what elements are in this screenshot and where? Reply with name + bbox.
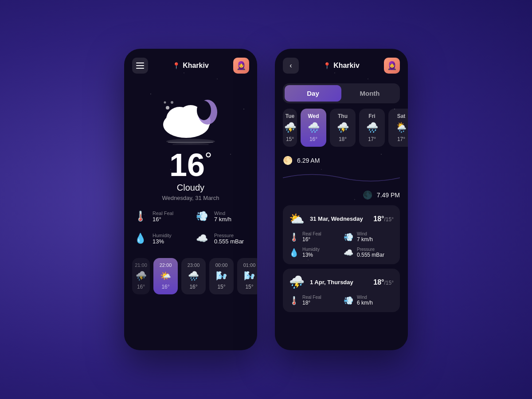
tab-day[interactable]: Day <box>285 85 341 102</box>
forecast-pressure-icon-1: ☁️ <box>344 248 353 258</box>
location-pin-icon: 📍 <box>323 62 331 69</box>
hour-icon: 🌬️ <box>244 270 255 281</box>
day-icon: ⛈️ <box>337 122 349 133</box>
user-avatar[interactable]: 🧕 <box>233 58 249 74</box>
svg-point-8 <box>197 101 211 120</box>
humidity-info: Humidity 13% <box>153 233 172 245</box>
hour-item[interactable]: 00:00 🌬️ 15° <box>209 258 234 294</box>
day-icon: ⛈️ <box>284 122 296 133</box>
hour-time: 01:00 <box>243 262 256 268</box>
real-feel-stat: 🌡️ Real Feal 16° <box>132 208 188 224</box>
forecast-stats-1: 🌡️ Real Feal 16° 💨 Wind 7 km/h <box>289 231 394 258</box>
phones-container: 📍 Kharkiv 🧕 <box>124 49 408 350</box>
wind-info: Wind 7 km/h <box>214 211 231 223</box>
weather-illustration <box>124 78 257 149</box>
pressure-stat: ☁️ Pressure 0.555 mBar <box>194 231 249 246</box>
hour-item[interactable]: 23:00 🌧️ 16° <box>181 258 206 294</box>
location-pin-icon: 📍 <box>172 62 180 69</box>
pressure-icon: ☁️ <box>194 231 210 246</box>
stats-grid: 🌡️ Real Feal 16° 💨 Wind 7 km/h 💧 Humidit… <box>124 201 257 254</box>
forecast-pressure-info-1: Pressure 0.555 mBar <box>357 247 384 258</box>
hour-item[interactable]: 21:00 ⛈️ 16° <box>132 258 150 294</box>
forecast-humidity-1: 💧 Humidity 13% <box>289 247 339 258</box>
forecast-real-feel-icon-1: 🌡️ <box>289 232 299 242</box>
svg-point-0 <box>166 139 215 144</box>
phone1-header: 📍 Kharkiv 🧕 <box>124 49 257 78</box>
hour-temp: 16° <box>161 284 169 290</box>
hour-time: 22:00 <box>160 262 172 268</box>
humidity-icon: 💧 <box>132 231 148 246</box>
wind-value: 7 km/h <box>214 216 231 223</box>
forecast-pressure-1: ☁️ Pressure 0.555 mBar <box>344 247 394 258</box>
forecast-card-2-date: 1 Apr, Thursday <box>310 279 368 286</box>
svg-point-11 <box>164 102 166 104</box>
hour-icon: 🌧️ <box>188 270 199 281</box>
day-temp: 15° <box>286 136 294 142</box>
day-scroll: Tue ⛈️ 15° Wed 🌧️ 16° Thu ⛈️ 18° Fri 🌧️ … <box>275 109 408 151</box>
degree-symbol: ° <box>205 149 212 168</box>
forecast-low-temp-1: /15° <box>384 216 394 223</box>
forecast-real-feel-1: 🌡️ Real Feal 16° <box>289 231 339 243</box>
hourly-scroll: 21:00 ⛈️ 16° 22:00 🌤️ 16° 23:00 🌧️ 16° 0… <box>124 254 257 299</box>
tab-month[interactable]: Month <box>341 85 398 102</box>
back-button[interactable]: ‹ <box>283 58 299 74</box>
temp-number: 16 <box>169 147 205 183</box>
real-feel-info: Real Feal 16° <box>153 211 173 223</box>
forecast-humidity-info-1: Humidity 13% <box>302 247 320 258</box>
day-icon: 🌦️ <box>395 122 407 133</box>
forecast-wind-1: 💨 Wind 7 km/h <box>344 231 394 243</box>
location-label: 📍 Kharkiv <box>323 62 360 70</box>
wave-divider <box>283 169 400 187</box>
city-name: Kharkiv <box>333 62 360 70</box>
weather-date: Wednesday, 31 March <box>124 195 257 201</box>
forecast-card-1-date: 31 Mar, Wednesday <box>310 215 368 222</box>
menu-button[interactable] <box>132 58 148 74</box>
day-temp: 17° <box>397 136 405 142</box>
forecast-wind-info-2: Wind 6 km/h <box>357 295 373 306</box>
real-feel-value: 16° <box>153 216 173 223</box>
tab-bar: Day Month <box>283 83 400 103</box>
forecast-stats-2: 🌡️ Real Feal 18° 💨 Wind 6 km/h <box>289 295 394 306</box>
forecast-low-temp-2: /15° <box>384 280 394 286</box>
forecast-temps-1: 18°/15° <box>373 215 394 223</box>
day-temp: 16° <box>309 136 317 142</box>
user-avatar[interactable]: 🧕 <box>384 58 400 74</box>
temperature-display: 16° Cloudy Wednesday, 31 March <box>124 149 257 201</box>
pressure-label-1: Pressure <box>357 247 384 252</box>
pressure-value: 0.555 mBar <box>214 238 244 245</box>
hour-time: 23:00 <box>188 262 200 268</box>
forecast-icon-2: ⛈️ <box>289 275 305 289</box>
forecast-real-feel-icon-2: 🌡️ <box>289 296 299 305</box>
forecast-card-1-header: ⛅ 31 Mar, Wednesday 18°/15° <box>289 211 394 226</box>
forecast-real-feel-info-1: Real Feal 16° <box>302 231 321 243</box>
hour-time: 00:00 <box>215 262 228 268</box>
svg-point-9 <box>166 106 169 110</box>
wind-label-1: Wind <box>357 231 373 236</box>
forecast-date-text-1: 31 Mar, Wednesday <box>310 215 368 222</box>
forecast-humidity-icon-1: 💧 <box>289 248 299 258</box>
wind-val-2: 6 km/h <box>357 300 373 306</box>
day-temp: 17° <box>368 136 376 142</box>
hour-icon: ⛈️ <box>136 270 147 281</box>
pressure-info: Pressure 0.555 mBar <box>214 233 244 245</box>
hamburger-icon <box>136 63 144 69</box>
day-item-tue[interactable]: Tue ⛈️ 15° <box>283 109 297 147</box>
day-item-wed[interactable]: Wed 🌧️ 16° <box>301 109 326 147</box>
day-item-thu[interactable]: Thu ⛈️ 18° <box>330 109 356 147</box>
day-name: Wed <box>308 113 319 119</box>
day-item-fri[interactable]: Fri 🌧️ 17° <box>359 109 385 147</box>
hour-item-active[interactable]: 22:00 🌤️ 16° <box>153 258 178 294</box>
humidity-val-1: 13% <box>302 252 320 258</box>
location-label: 📍 Kharkiv <box>172 62 209 70</box>
forecast-wind-icon-2: 💨 <box>344 296 353 305</box>
cloud-svg <box>146 80 235 147</box>
forecast-wind-icon-1: 💨 <box>344 232 353 242</box>
hour-item[interactable]: 01:00 🌬️ 15° <box>237 258 257 294</box>
temperature-value: 16° <box>169 149 212 181</box>
sunrise-time: 6.29 AM <box>297 157 320 164</box>
day-item-sat[interactable]: Sat 🌦️ 17° <box>388 109 408 147</box>
day-name: Fri <box>368 113 375 119</box>
sunset-row: 🌑 7.49 PM <box>283 188 400 202</box>
humidity-value: 13% <box>153 238 172 245</box>
real-feel-val-1: 16° <box>302 236 321 243</box>
